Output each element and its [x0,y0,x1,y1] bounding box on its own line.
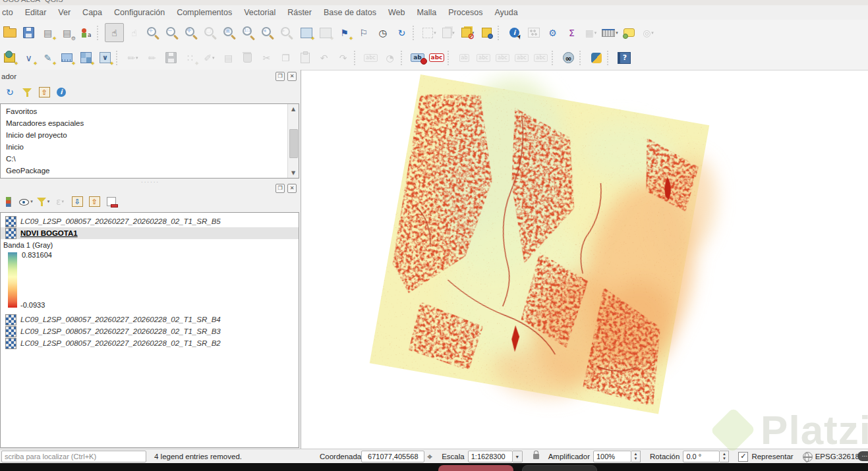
menu-item[interactable]: Ráster [281,7,318,18]
layer-diagram-options-button[interactable]: ◔ [381,49,399,67]
pan-map-button[interactable]: ☝ [105,23,124,42]
browser-collapse-all-button[interactable]: ⇧ [36,85,52,99]
magnifier-value[interactable]: 100% [593,451,631,462]
layer-row-b3[interactable]: LC09_L2SP_008057_20260227_20260228_02_T1… [1,325,299,337]
scroll-down-arrow[interactable]: ▼ [288,168,299,178]
menu-item[interactable]: Editar [19,7,53,18]
open-fields-and-values-button[interactable] [478,24,496,42]
help-button[interactable]: ? [615,49,633,67]
layer-labeling-options-button[interactable]: abc [362,49,380,67]
undo-button[interactable]: ↶ [315,49,333,67]
new-spatial-bookmark-button[interactable]: ⚑✦ [335,24,353,42]
statistical-summary-button[interactable]: Σ [563,24,581,42]
zoom-in-button[interactable]: + [144,24,162,42]
collapse-all-button[interactable]: ⇧ [86,194,102,209]
new-3d-map-view-button[interactable]: ✦ [316,24,334,42]
new-geopackage-layer-button[interactable]: ✦ [1,49,18,67]
browser-refresh-button[interactable]: ↻ [2,85,18,99]
show-layout-manager-button[interactable]: ▤⚙ [58,24,76,42]
label-toolbar-button[interactable]: abc [428,49,446,67]
current-edits-button[interactable]: ✏▾ [124,49,142,67]
browser-tree-item[interactable]: Marcadores espaciales [1,117,287,129]
cut-features-button[interactable]: ✂ [258,49,275,67]
save-layer-edits-button[interactable] [162,49,180,67]
change-label-button[interactable]: abc [532,49,550,67]
pan-to-selection-button[interactable]: ☝ [125,24,143,42]
zoom-next-button[interactable]: ▸ [278,24,296,42]
vertex-tool-button[interactable]: ✐▾ [200,49,218,67]
scroll-thumb[interactable] [289,129,298,158]
layer-row-b4[interactable]: LC09_L2SP_008057_20260227_20260228_02_T1… [1,314,299,325]
highlight-pinned-labels-button[interactable]: abc [475,49,492,67]
open-attribute-table-button[interactable]: ▦▾ [582,24,600,42]
coordinate-input[interactable] [361,451,424,462]
map-canvas[interactable] [301,70,868,449]
show-spatial-bookmarks-button[interactable]: ⚐ [355,24,372,42]
scale-lock-icon[interactable] [533,454,539,459]
menu-item[interactable]: Vectorial [238,7,281,18]
browser-properties-button[interactable]: i [53,85,69,99]
temporal-controller-button[interactable]: ◷ [374,24,391,42]
layers-float-button[interactable]: ❐ [275,184,285,193]
style-manager-button[interactable]: a [77,24,95,42]
zoom-full-extent-button[interactable]: ✚ [183,24,200,42]
scale-combo-value[interactable]: 1:1628300 [468,451,513,462]
browser-tree-item[interactable]: C:\ [1,153,287,165]
layer-row-b2[interactable]: LC09_L2SP_008057_20260227_20260228_02_T1… [1,337,299,349]
new-shapefile-layer-button[interactable]: ∨✦ [20,49,38,67]
add-record-button[interactable]: ∷✦ [181,49,199,67]
rotate-label-button[interactable]: abc [513,49,531,67]
open-layer-styling-panel-button[interactable] [1,194,16,209]
layer-row-ndvi[interactable]: NDVI BOGOTA1 [1,227,299,239]
deselect-features-button[interactable]: ▾ [459,24,477,42]
toggle-editing-button[interactable]: ✏ [143,49,161,67]
filter-legend-button[interactable]: ▾ [35,194,51,209]
menu-item[interactable]: Web [382,7,411,18]
menu-item[interactable]: Ayuda [488,7,523,18]
magnifier-spinner[interactable]: ▲▼ [631,451,641,462]
pin-unpin-labels-button[interactable]: ab [455,49,473,67]
python-console-button[interactable] [587,49,605,67]
menu-item[interactable]: Base de datos [318,7,382,18]
annotation-toolbar-button[interactable]: ◎▾ [639,24,657,42]
copy-features-button[interactable]: ❐ [277,49,295,67]
save-project-button[interactable] [20,24,38,42]
zoom-native-resolution-button[interactable]: 1:1 [240,24,258,42]
browser-tree-item[interactable]: GeoPackage [1,165,287,177]
browser-scrollbar[interactable]: ▲ ▼ [287,104,299,178]
browser-float-button[interactable]: ❐ [275,72,285,81]
select-by-form-button[interactable]: ▾ [440,24,457,42]
locator-search-input[interactable] [1,451,146,462]
menu-item[interactable]: Malla [411,7,442,18]
crs-value[interactable]: EPSG:32618 [815,453,859,460]
modify-attributes-button[interactable]: ▤ [219,49,237,67]
layer-row-b5[interactable]: LC09_L2SP_008057_20260227_20260228_02_T1… [1,215,299,227]
labeling-button[interactable]: ab [409,49,426,67]
filter-by-expression-button[interactable]: ε▾ [52,194,68,209]
menu-item[interactable]: cto [0,7,19,18]
identify-features-button[interactable]: i [506,24,523,42]
browser-tree-item[interactable]: Inicio [1,141,287,153]
expand-all-button[interactable]: ⇩ [69,194,85,209]
rotation-spinner[interactable]: ▲▼ [720,451,729,462]
map-tips-button[interactable] [620,24,638,42]
new-temporary-scratch-layer-button[interactable]: ✦ [58,49,76,67]
paste-features-button[interactable] [296,49,314,67]
redo-button[interactable]: ↷ [334,49,352,67]
zoom-last-button[interactable]: ◂ [259,24,277,42]
zoom-to-selection-button[interactable]: ▢ [202,24,219,42]
new-mesh-layer-button[interactable]: ∨✦ [96,49,114,67]
new-spatialite-layer-button[interactable]: ✎✦ [39,49,57,67]
new-virtual-layer-button[interactable]: ✦ [77,49,95,67]
extent-tracking-icon[interactable]: ⌖ [427,451,432,462]
metasearch-button[interactable]: ∞ [560,49,577,67]
browser-tree-item[interactable]: Inicio del proyecto [1,129,287,141]
crs-globe-icon[interactable] [803,452,813,462]
browser-tree-item[interactable]: Favoritos [1,105,287,117]
menu-item[interactable]: Configuración [108,7,171,18]
select-features-button[interactable]: ▾ [420,24,438,42]
layers-close-button[interactable]: ✕ [287,184,297,193]
menu-item[interactable]: Ver [52,7,76,18]
manage-map-themes-button[interactable]: ▾ [18,194,34,209]
messages-bubble-icon[interactable]: ··· [857,451,868,461]
